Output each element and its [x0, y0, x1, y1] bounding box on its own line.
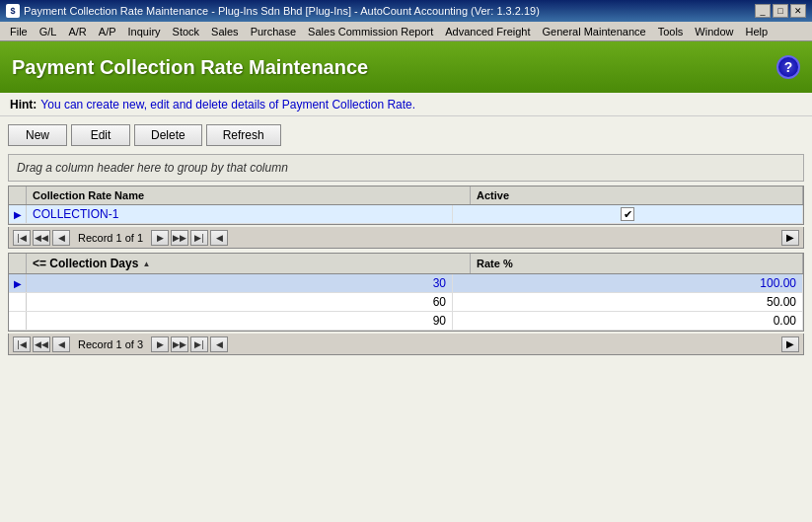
title-bar-controls: _ □ ✕ [755, 4, 806, 18]
menu-help[interactable]: Help [739, 25, 774, 38]
nav2-record-text: Record 1 of 3 [72, 338, 149, 350]
nav2-next-button[interactable]: ▶ [151, 336, 169, 352]
table1-container: Collection Rate Name Active ▶ COLLECTION… [8, 186, 804, 225]
table2-header: <= Collection Days ▲ Rate % [9, 254, 803, 274]
nav2-first-button[interactable]: |◀ [13, 336, 31, 352]
minimize-button[interactable]: _ [755, 4, 771, 18]
group-panel-text: Drag a column header here to group by th… [17, 161, 288, 175]
menu-window[interactable]: Window [689, 25, 739, 38]
table-row[interactable]: 90 0.00 [9, 312, 803, 331]
menu-tools[interactable]: Tools [652, 25, 690, 38]
nav-right-arrow[interactable]: ▶ [781, 230, 799, 246]
maximize-button[interactable]: □ [773, 4, 788, 18]
cell-rate-2: 50.00 [453, 293, 803, 311]
table1-col-name[interactable]: Collection Rate Name [27, 186, 471, 204]
table2-col-rate[interactable]: Rate % [471, 254, 803, 273]
title-bar-text: Payment Collection Rate Maintenance - Pl… [24, 5, 540, 17]
cell-rate-3: 0.00 [453, 312, 803, 330]
nav-first-button[interactable]: |◀ [13, 230, 31, 246]
cell-days-3: 90 [27, 312, 453, 330]
menu-ap[interactable]: A/P [93, 25, 122, 38]
group-panel: Drag a column header here to group by th… [8, 154, 804, 182]
cell-active: ✔ [453, 205, 803, 223]
menu-file[interactable]: File [4, 25, 34, 38]
cell-days-2: 60 [27, 293, 453, 311]
delete-button[interactable]: Delete [134, 124, 202, 146]
row-indicator [9, 312, 27, 330]
table1-nav-bar: |◀ ◀◀ ◀ Record 1 of 1 ▶ ▶▶ ▶| ◀ ▶ [8, 227, 804, 249]
app-icon: $ [6, 4, 20, 18]
hint-bar: Hint: You can create new, edit and delet… [0, 93, 812, 116]
nav2-prev-many-button[interactable]: ◀◀ [33, 336, 50, 352]
nav-last-button[interactable]: ▶| [190, 230, 208, 246]
hint-label: Hint: [10, 98, 37, 112]
title-bar-left: $ Payment Collection Rate Maintenance - … [6, 4, 540, 18]
content-area: New Edit Delete Refresh Drag a column he… [0, 116, 812, 522]
table1-header: Collection Rate Name Active [9, 186, 803, 205]
cell-days-1: 30 [27, 274, 453, 292]
hint-text: You can create new, edit and delete deta… [40, 98, 415, 112]
cell-collection-name: COLLECTION-1 [27, 205, 453, 223]
nav2-last-button[interactable]: ▶| [190, 336, 208, 352]
nav-record-text: Record 1 of 1 [72, 232, 149, 244]
table-row[interactable]: 60 50.00 [9, 293, 803, 312]
sort-icon: ▲ [142, 260, 150, 268]
nav2-next-many-button[interactable]: ▶▶ [171, 336, 188, 352]
menu-inquiry[interactable]: Inquiry [122, 25, 167, 38]
title-bar: $ Payment Collection Rate Maintenance - … [0, 0, 812, 22]
toolbar: New Edit Delete Refresh [8, 124, 804, 146]
nav2-extra-button[interactable]: ◀ [210, 336, 228, 352]
nav-next-button[interactable]: ▶ [151, 230, 169, 246]
nav2-prev-button[interactable]: ◀ [52, 336, 70, 352]
table-row[interactable]: ▶ 30 100.00 [9, 274, 803, 293]
menu-purchase[interactable]: Purchase [245, 25, 302, 38]
table1-col-active[interactable]: Active [471, 186, 803, 204]
menu-general-maintenance[interactable]: General Maintenance [536, 25, 651, 38]
cell-rate-1: 100.00 [453, 274, 803, 292]
page-title: Payment Collection Rate Maintenance [12, 56, 368, 79]
menu-stock[interactable]: Stock [167, 25, 206, 38]
close-button[interactable]: ✕ [790, 4, 806, 18]
menu-ar[interactable]: A/R [62, 25, 92, 38]
row-indicator: ▶ [9, 205, 27, 223]
table2-col-days[interactable]: <= Collection Days ▲ [27, 254, 471, 273]
refresh-button[interactable]: Refresh [206, 124, 281, 146]
active-checkbox[interactable]: ✔ [621, 207, 634, 221]
table2-container: <= Collection Days ▲ Rate % ▶ 30 100.00 … [8, 253, 804, 332]
menu-sales[interactable]: Sales [205, 25, 245, 38]
row-indicator [9, 293, 27, 311]
nav-next-many-button[interactable]: ▶▶ [171, 230, 188, 246]
help-button[interactable]: ? [776, 55, 800, 79]
edit-button[interactable]: Edit [71, 124, 130, 146]
header-bar: Payment Collection Rate Maintenance ? [0, 41, 812, 93]
table2-nav-bar: |◀ ◀◀ ◀ Record 1 of 3 ▶ ▶▶ ▶| ◀ ▶ [8, 334, 804, 355]
row-indicator: ▶ [9, 274, 27, 292]
menu-bar: File G/L A/R A/P Inquiry Stock Sales Pur… [0, 22, 812, 41]
nav-extra-button[interactable]: ◀ [210, 230, 228, 246]
menu-advanced-freight[interactable]: Advanced Freight [439, 25, 536, 38]
menu-sales-commission[interactable]: Sales Commission Report [302, 25, 439, 38]
menu-gl[interactable]: G/L [34, 25, 63, 38]
nav-prev-button[interactable]: ◀ [52, 230, 70, 246]
table-row[interactable]: ▶ COLLECTION-1 ✔ [9, 205, 803, 224]
nav-prev-many-button[interactable]: ◀◀ [33, 230, 50, 246]
new-button[interactable]: New [8, 124, 67, 146]
nav2-right-arrow[interactable]: ▶ [781, 336, 799, 352]
